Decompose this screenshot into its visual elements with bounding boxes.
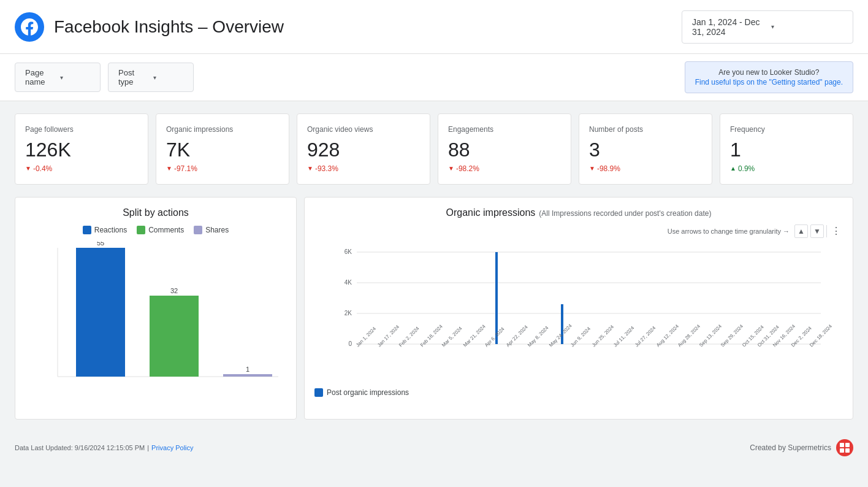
post-type-filter[interactable]: Post type ▾	[108, 63, 194, 92]
change-arrow-icon: ▼	[589, 165, 595, 172]
looker-studio-info-box: Are you new to Looker Studio? Find usefu…	[685, 61, 853, 93]
footer-separator: |	[147, 444, 149, 451]
metric-cards: Page followers 126K ▼ -0.4% Organic impr…	[15, 113, 853, 185]
facebook-logo	[15, 12, 44, 42]
metric-label: Organic impressions	[166, 125, 279, 135]
organic-impressions-title: Organic impressions	[446, 207, 536, 218]
bar-chart-svg: 55 32 1	[25, 242, 286, 407]
metric-value: 1	[730, 140, 843, 159]
comments-bar	[150, 296, 199, 377]
legend-label: Reactions	[94, 226, 127, 234]
line-legend-dot	[314, 388, 323, 397]
legend-dot	[137, 226, 145, 234]
info-box-text: Are you new to Looker Studio?	[718, 68, 819, 77]
metric-change: ▼ -93.3%	[307, 164, 420, 173]
privacy-policy-link[interactable]: Privacy Policy	[151, 444, 193, 451]
page-name-chevron: ▾	[60, 74, 90, 81]
arrow-up-btn[interactable]: ▲	[794, 224, 808, 238]
chart-controls: ▲ ▼ ⋮	[794, 224, 843, 238]
change-value: -98.9%	[597, 164, 620, 173]
change-value: -98.2%	[456, 164, 479, 173]
legend-label: Comments	[148, 226, 184, 234]
change-value: 0.9%	[738, 164, 755, 173]
bar-chart-legend: Reactions Comments Shares	[25, 226, 286, 234]
change-arrow-icon: ▼	[166, 165, 172, 172]
metric-change: ▼ -0.4%	[25, 164, 138, 173]
svg-text:Apr 22, 2024: Apr 22, 2024	[505, 324, 529, 348]
legend-item-reactions: Reactions	[83, 226, 127, 234]
header-left: Facebook Insights – Overview	[15, 12, 284, 42]
line-chart-header: Use arrows to change time granularity → …	[314, 224, 843, 238]
info-box-link[interactable]: Find useful tips on the "Getting started…	[695, 78, 843, 86]
footer: Data Last Updated: 9/16/2024 12:15:05 PM…	[0, 432, 868, 464]
metric-value: 7K	[166, 140, 279, 159]
footer-right: Created by Supermetrics	[750, 439, 853, 456]
metric-label: Frequency	[730, 125, 843, 135]
date-range-value: Jan 1, 2024 - Dec 31, 2024	[692, 17, 764, 37]
metric-value: 126K	[25, 140, 138, 159]
metric-card-frequency: Frequency 1 ▲ 0.9%	[720, 113, 853, 185]
change-value: -93.3%	[315, 164, 338, 173]
legend-item-comments: Comments	[137, 226, 184, 234]
page-name-label: Page name	[25, 68, 55, 86]
date-range-chevron: ▾	[771, 23, 843, 30]
metric-card-organic-video-views: Organic video views 928 ▼ -93.3%	[297, 113, 430, 185]
change-arrow-icon: ▼	[448, 165, 454, 172]
svg-text:55: 55	[97, 242, 104, 247]
metric-change: ▼ -97.1%	[166, 164, 279, 173]
svg-text:0: 0	[348, 340, 352, 347]
svg-rect-39	[845, 448, 850, 453]
data-updated-label: Data Last Updated: 9/16/2024 12:15:05 PM	[15, 444, 145, 451]
metric-value: 3	[589, 140, 702, 159]
line-chart-legend: Post organic impressions	[314, 388, 843, 397]
svg-text:32: 32	[170, 287, 178, 294]
change-value: -97.1%	[174, 164, 197, 173]
svg-text:2K: 2K	[345, 310, 352, 316]
svg-text:Jan 1, 2024: Jan 1, 2024	[355, 326, 377, 348]
svg-text:Feb 2, 2024: Feb 2, 2024	[398, 325, 421, 348]
change-arrow-icon: ▲	[730, 165, 736, 172]
metric-label: Page followers	[25, 125, 138, 135]
metric-value: 928	[307, 140, 420, 159]
main-content: Page followers 126K ▼ -0.4% Organic impr…	[0, 101, 868, 432]
metric-change: ▲ 0.9%	[730, 164, 843, 173]
change-arrow-icon: ▼	[25, 165, 31, 172]
metric-card-engagements: Engagements 88 ▼ -98.2%	[438, 113, 571, 185]
line-legend-label: Post organic impressions	[327, 388, 409, 397]
metric-change: ▼ -98.9%	[589, 164, 702, 173]
arrow-down-btn[interactable]: ▼	[810, 224, 824, 238]
legend-dot	[194, 226, 202, 234]
organic-impressions-subtitle: (All Impressions recorded under post's c…	[539, 209, 711, 218]
legend-dot	[83, 226, 91, 234]
metric-value: 88	[448, 140, 561, 159]
svg-text:Apr 6, 2024: Apr 6, 2024	[484, 326, 506, 348]
page-name-filter[interactable]: Page name ▾	[15, 63, 101, 92]
legend-item-shares: Shares	[194, 226, 229, 234]
page-title: Facebook Insights – Overview	[54, 17, 284, 37]
metric-change: ▼ -98.2%	[448, 164, 561, 173]
organic-impressions-card: Organic impressions (All Impressions rec…	[304, 197, 853, 420]
svg-text:Mar 5, 2024: Mar 5, 2024	[441, 325, 463, 348]
post-type-label: Post type	[118, 68, 148, 86]
svg-text:Jun 9, 2024: Jun 9, 2024	[569, 326, 592, 348]
ctrl-divider	[826, 225, 827, 237]
legend-label: Shares	[205, 226, 229, 234]
svg-text:May 8, 2024: May 8, 2024	[527, 324, 550, 348]
metric-card-number-of-posts: Number of posts 3 ▼ -98.9%	[579, 113, 712, 185]
change-value: -0.4%	[33, 164, 52, 173]
metric-label: Organic video views	[307, 125, 420, 135]
post-type-chevron: ▾	[153, 74, 183, 81]
shares-bar	[223, 374, 272, 377]
line-chart-svg: 6K 4K 2K 0 Jan 1, 2024 Jan 17, 2024 Feb …	[314, 243, 843, 384]
svg-text:Jul 27, 2024: Jul 27, 2024	[634, 324, 657, 348]
svg-rect-38	[840, 448, 844, 453]
filter-bar: Page name ▾ Post type ▾ Are you new to L…	[0, 54, 868, 101]
more-options-btn[interactable]: ⋮	[829, 224, 843, 238]
svg-text:6K: 6K	[345, 248, 352, 255]
metric-label: Engagements	[448, 125, 561, 135]
date-range-selector[interactable]: Jan 1, 2024 - Dec 31, 2024 ▾	[682, 10, 853, 44]
svg-rect-36	[840, 443, 844, 447]
svg-rect-37	[845, 443, 850, 447]
split-by-actions-title: Split by actions	[25, 207, 286, 218]
metric-card-page-followers: Page followers 126K ▼ -0.4%	[15, 113, 148, 185]
